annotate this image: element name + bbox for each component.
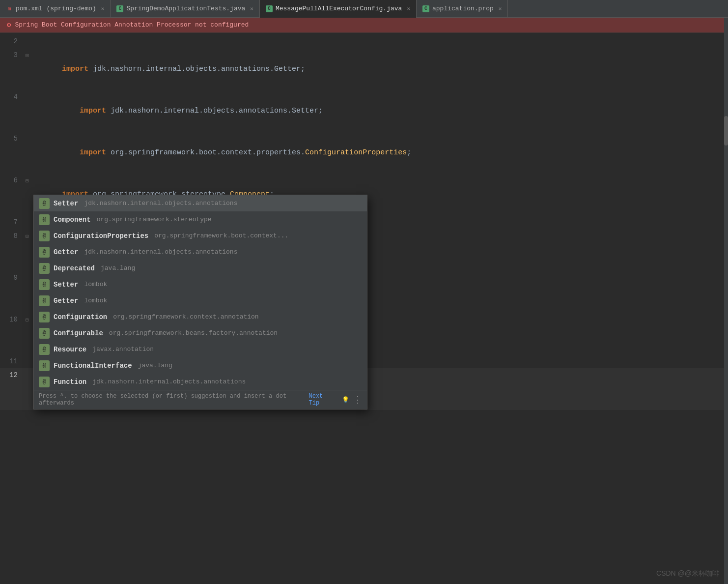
ac-item-0[interactable]: @ Setter jdk.nashorn.internal.objects.an… xyxy=(34,195,367,211)
ac-badge-11: @ xyxy=(39,377,50,387)
ac-sub-11: jdk.nashorn.internal.objects.annotations xyxy=(92,378,246,385)
ac-item-6[interactable]: @ Getter lombok xyxy=(34,292,367,309)
ac-badge-4: @ xyxy=(39,263,50,274)
tab-pom-icon: m xyxy=(6,5,13,12)
ac-main-4: Deprecated xyxy=(54,264,95,272)
line-num-6: 6 xyxy=(0,174,26,187)
ac-item-11[interactable]: @ Function jdk.nashorn.internal.objects.… xyxy=(34,374,367,390)
ac-main-2: ConfigurationProperties xyxy=(54,232,148,240)
ac-badge-5: @ xyxy=(39,279,50,290)
ac-main-0: Setter xyxy=(54,200,78,207)
tab-tests[interactable]: C SpringDemoApplicationTests.java ✕ xyxy=(111,0,259,18)
tab-tests-icon: C xyxy=(116,5,123,12)
ac-main-5: Setter xyxy=(54,281,78,289)
ac-sub-1: org.springframework.stereotype xyxy=(97,216,212,223)
ac-item-3[interactable]: @ Getter jdk.nashorn.internal.objects.an… xyxy=(34,244,367,260)
ac-item-1[interactable]: @ Component org.springframework.stereoty… xyxy=(34,211,367,228)
ac-badge-0: @ xyxy=(39,198,50,209)
ac-sub-7: org.springframework.context.annotation xyxy=(113,313,258,321)
ac-item-5[interactable]: @ Setter lombok xyxy=(34,276,367,292)
tab-pom-label: pom.xml (spring-demo) xyxy=(16,5,96,12)
ac-sub-3: jdk.nashorn.internal.objects.annotations xyxy=(84,248,237,256)
editor-area[interactable]: 2 3 ⊟ import jdk.nashorn.internal.object… xyxy=(0,32,728,410)
ac-item-7[interactable]: @ Configuration org.springframework.cont… xyxy=(34,309,367,325)
ac-badge-9: @ xyxy=(39,344,50,355)
editor-line-4: 4 import jdk.nashorn.internal.objects.an… xyxy=(0,90,728,132)
warning-bar: ⚙ Spring Boot Configuration Annotation P… xyxy=(0,18,728,32)
ac-item-10[interactable]: @ FunctionalInterface java.lang xyxy=(34,357,367,374)
ac-more-options-icon[interactable]: ⋮ xyxy=(353,394,362,405)
line-num-5: 5 xyxy=(0,132,26,146)
ac-badge-1: @ xyxy=(39,214,50,225)
line-num-9: 9 xyxy=(0,271,26,285)
line-content-4: import jdk.nashorn.internal.objects.anno… xyxy=(33,90,728,132)
line-num-7: 7 xyxy=(0,215,26,229)
tab-bar: m pom.xml (spring-demo) ✕ C SpringDemoAp… xyxy=(0,0,728,18)
ac-main-10: FunctionalInterface xyxy=(54,362,132,370)
scrollbar-thumb[interactable] xyxy=(724,116,728,146)
tab-props[interactable]: C application.prop ✕ xyxy=(417,0,508,18)
line-num-4: 4 xyxy=(0,90,26,104)
line-num-3: 3 xyxy=(0,48,26,62)
ac-main-6: Getter xyxy=(54,297,78,305)
ac-sub-9: javax.annotation xyxy=(92,346,154,353)
ac-sub-0: jdk.nashorn.internal.objects.annotations xyxy=(84,200,237,207)
ac-sub-6: lombok xyxy=(84,297,107,304)
line-content-5: import org.springframework.boot.context.… xyxy=(33,132,728,174)
tab-config-label: MessagePullAllExecutorConfig.java xyxy=(276,5,402,12)
ac-main-7: Configuration xyxy=(54,313,107,321)
ac-badge-2: @ xyxy=(39,231,50,241)
tab-pom-close[interactable]: ✕ xyxy=(101,5,105,12)
tab-pom[interactable]: m pom.xml (spring-demo) ✕ xyxy=(0,0,111,18)
ac-main-9: Resource xyxy=(54,346,86,353)
ac-main-1: Component xyxy=(54,216,91,224)
tab-tests-label: SpringDemoApplicationTests.java xyxy=(126,5,245,12)
warning-text: Spring Boot Configuration Annotation Pro… xyxy=(15,21,249,29)
line-num-11: 11 xyxy=(0,354,26,368)
line-num-10: 10 xyxy=(0,313,26,326)
ac-sub-8: org.springframework.beans.factory.annota… xyxy=(109,329,278,337)
ac-main-8: Configurable xyxy=(54,329,103,337)
tab-config[interactable]: C MessagePullAllExecutorConfig.java ✕ xyxy=(260,0,417,18)
ac-badge-7: @ xyxy=(39,312,50,322)
ac-status-bar: Press ^. to choose the selected (or firs… xyxy=(34,390,367,409)
tab-config-close[interactable]: ✕ xyxy=(407,5,410,12)
tab-props-label: application.prop xyxy=(432,5,494,12)
ac-sub-2: org.springframework.boot.context... xyxy=(154,232,288,239)
ac-sub-5: lombok xyxy=(84,281,107,288)
scrollbar[interactable] xyxy=(724,18,728,584)
ac-sub-4: java.lang xyxy=(101,264,135,272)
tab-props-icon: C xyxy=(422,5,429,12)
ac-status-text: Press ^. to choose the selected (or firs… xyxy=(39,393,305,407)
tab-props-close[interactable]: ✕ xyxy=(499,5,502,12)
ac-bulb-icon[interactable]: 💡 xyxy=(342,396,349,404)
ac-item-4[interactable]: @ Deprecated java.lang xyxy=(34,260,367,276)
warning-icon: ⚙ xyxy=(7,21,11,29)
ac-item-8[interactable]: @ Configurable org.springframework.beans… xyxy=(34,325,367,341)
autocomplete-dropdown: @ Setter jdk.nashorn.internal.objects.an… xyxy=(33,195,367,409)
line-content-3: import jdk.nashorn.internal.objects.anno… xyxy=(33,49,728,90)
line-num-12: 12 xyxy=(0,368,26,382)
editor-line-5: 5 import org.springframework.boot.contex… xyxy=(0,132,728,174)
watermark: CSDN @@米杯咖啡 xyxy=(656,569,719,578)
ac-next-tip-button[interactable]: Next Tip xyxy=(309,393,335,407)
editor-line-2: 2 xyxy=(0,34,728,48)
line-num-8: 8 xyxy=(0,229,26,243)
tab-tests-close[interactable]: ✕ xyxy=(250,5,253,12)
ac-badge-6: @ xyxy=(39,295,50,306)
editor-line-3: 3 ⊟ import jdk.nashorn.internal.objects.… xyxy=(0,48,728,90)
ac-badge-10: @ xyxy=(39,360,50,371)
ac-main-11: Function xyxy=(54,378,86,386)
tab-config-icon: C xyxy=(266,5,273,12)
ac-badge-3: @ xyxy=(39,247,50,258)
ac-sub-10: java.lang xyxy=(138,362,172,369)
line-num-2: 2 xyxy=(0,34,26,48)
ac-item-9[interactable]: @ Resource javax.annotation xyxy=(34,341,367,357)
ac-item-2[interactable]: @ ConfigurationProperties org.springfram… xyxy=(34,228,367,244)
ac-badge-8: @ xyxy=(39,328,50,339)
ac-main-3: Getter xyxy=(54,248,78,256)
